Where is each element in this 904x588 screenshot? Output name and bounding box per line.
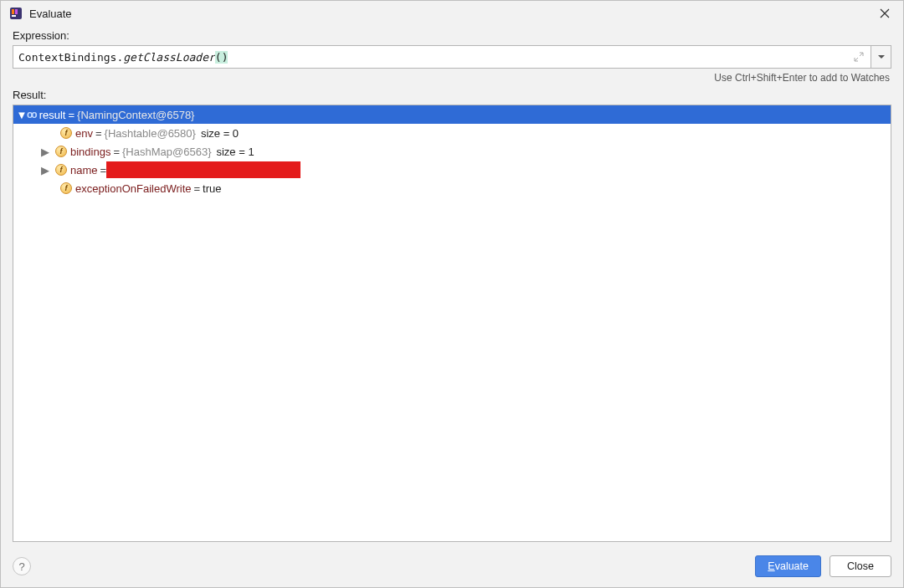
- result-child-env[interactable]: f env = {Hashtable@6580} size = 0: [13, 124, 891, 142]
- result-tree[interactable]: ▼ oo result = {NamingContext@6578} f env…: [13, 105, 891, 542]
- expression-label: Expression:: [1, 26, 903, 45]
- redacted-value: [106, 161, 300, 178]
- dialog-footer: ? Evaluate Close: [1, 549, 903, 587]
- chevron-right-icon[interactable]: ▶: [40, 146, 50, 158]
- chevron-down-icon[interactable]: ▼: [17, 109, 27, 121]
- expression-input[interactable]: ContextBindings.getClassLoader(): [13, 45, 871, 69]
- object-icon: oo: [27, 109, 36, 120]
- expression-code: ContextBindings.getClassLoader(): [18, 51, 228, 64]
- window-title: Evaluate: [29, 8, 72, 20]
- expression-history-dropdown[interactable]: [871, 45, 891, 69]
- result-root-row[interactable]: ▼ oo result = {NamingContext@6578}: [13, 105, 891, 124]
- field-icon: f: [55, 164, 67, 176]
- close-button[interactable]: Close: [830, 555, 891, 577]
- svg-rect-1: [12, 15, 16, 17]
- svg-rect-3: [15, 9, 18, 14]
- result-child-exception[interactable]: f exceptionOnFailedWrite = true: [13, 179, 891, 197]
- title-bar: Evaluate: [1, 1, 903, 26]
- result-child-name[interactable]: ▶ f name =: [13, 161, 891, 179]
- field-icon: f: [60, 127, 72, 139]
- result-label: Result:: [1, 89, 903, 105]
- expression-row: ContextBindings.getClassLoader(): [13, 45, 891, 69]
- field-icon: f: [55, 146, 67, 157]
- expand-icon[interactable]: [852, 50, 865, 64]
- svg-rect-2: [12, 9, 14, 14]
- app-icon: [9, 7, 23, 20]
- evaluate-button[interactable]: Evaluate: [755, 555, 821, 577]
- field-icon: f: [60, 182, 72, 194]
- help-button[interactable]: ?: [13, 557, 31, 575]
- watches-hint: Use Ctrl+Shift+Enter to add to Watches: [1, 70, 903, 89]
- chevron-right-icon[interactable]: ▶: [40, 164, 50, 176]
- close-icon[interactable]: [875, 3, 895, 23]
- result-child-bindings[interactable]: ▶ f bindings = {HashMap@6563} size = 1: [13, 142, 891, 161]
